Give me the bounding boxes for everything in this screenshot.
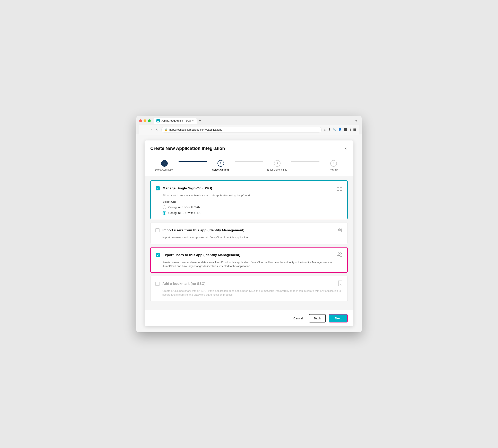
menu-icon[interactable]: ☰ bbox=[353, 128, 356, 131]
back-nav-button[interactable]: ← bbox=[142, 127, 147, 132]
sso-checkbox[interactable] bbox=[156, 186, 160, 191]
export-card-header: Export users to this app (Identity Manag… bbox=[156, 252, 342, 259]
sso-checkmark bbox=[157, 187, 159, 190]
traffic-lights bbox=[139, 119, 151, 122]
bookmark-card-header: Add a bookmark (no SSO) bbox=[155, 280, 343, 287]
sso-title: Manage Single Sign-On (SSO) bbox=[162, 186, 212, 191]
modal-footer: Cancel Back Next bbox=[145, 310, 353, 326]
step-3-label: Enter General Info bbox=[267, 168, 287, 171]
connector-3-4 bbox=[291, 161, 320, 162]
svg-point-5 bbox=[340, 228, 342, 229]
sso-card-header: Manage Single Sign-On (SSO) bbox=[156, 185, 342, 192]
bookmark-checkbox[interactable] bbox=[155, 282, 160, 286]
next-button[interactable]: Next bbox=[329, 314, 348, 322]
sso-card: Manage Single Sign-On (SSO) Allow u bbox=[150, 180, 348, 220]
step-4: 4 Review bbox=[320, 160, 348, 171]
radio-oidc[interactable]: Configure SSO with OIDC bbox=[162, 211, 342, 215]
security-icon: 🔒 bbox=[164, 128, 168, 131]
stepper: ✓ Select Application 2 Select Options bbox=[145, 155, 353, 176]
svg-rect-3 bbox=[340, 188, 342, 191]
export-icon bbox=[337, 252, 342, 259]
import-description: Import new users and user updates into J… bbox=[162, 236, 343, 240]
toolbar-icons: ☆ ⬇ 🔧 👤 ⬛ ⬆ ☰ bbox=[324, 128, 356, 131]
browser-window: JumpCloud Admin Portal × + ∨ ← → ↻ 🔒 htt… bbox=[136, 116, 362, 332]
step-1: ✓ Select Application bbox=[150, 160, 178, 171]
tab-title: JumpCloud Admin Portal bbox=[161, 119, 191, 122]
maximize-traffic-light[interactable] bbox=[148, 119, 151, 122]
browser-nav: ← → ↻ 🔒 https://console.jumpcloud.com/#/… bbox=[139, 125, 359, 134]
tab-close-button[interactable]: × bbox=[192, 120, 193, 122]
radio-oidc-label: Configure SSO with OIDC bbox=[168, 211, 202, 215]
svg-rect-0 bbox=[337, 185, 339, 187]
bookmark-star-icon[interactable]: ☆ bbox=[324, 128, 326, 131]
connector-2-3 bbox=[235, 161, 263, 162]
svg-rect-1 bbox=[340, 185, 342, 187]
svg-point-7 bbox=[338, 253, 339, 254]
extensions-icon[interactable]: ⬛ bbox=[343, 128, 347, 131]
step-1-label: Select Application bbox=[155, 168, 174, 171]
svg-point-4 bbox=[338, 228, 340, 229]
modal-title: Create New Application Integration bbox=[150, 146, 225, 151]
browser-content: Create New Application Integration × ✓ S… bbox=[136, 134, 362, 332]
step-1-circle: ✓ bbox=[161, 160, 168, 167]
cancel-button[interactable]: Cancel bbox=[290, 315, 306, 322]
step-4-label: Review bbox=[329, 168, 337, 171]
import-icon bbox=[337, 227, 343, 234]
connector-1-2 bbox=[178, 161, 207, 162]
radio-saml-circle[interactable] bbox=[162, 205, 166, 209]
step-2-circle: 2 bbox=[217, 160, 224, 167]
sso-radio-group: Configure SSO with SAML Configure SSO wi… bbox=[162, 205, 342, 215]
import-title: Import users from this app (Identity Man… bbox=[162, 228, 244, 232]
url-text: https://console.jumpcloud.com/#/applicat… bbox=[169, 128, 222, 131]
address-bar[interactable]: 🔒 https://console.jumpcloud.com/#/applic… bbox=[161, 127, 322, 132]
close-traffic-light[interactable] bbox=[139, 119, 142, 122]
step-2: 2 Select Options bbox=[207, 160, 235, 171]
step-3-circle: 3 bbox=[274, 160, 281, 167]
modal-body: Manage Single Sign-On (SSO) Allow u bbox=[145, 176, 353, 310]
radio-oidc-circle[interactable] bbox=[162, 211, 166, 215]
export-description: Provision new users and user updates fro… bbox=[162, 260, 342, 268]
tab-favicon bbox=[157, 119, 160, 122]
browser-titlebar: JumpCloud Admin Portal × + ∨ bbox=[139, 118, 359, 124]
active-tab[interactable]: JumpCloud Admin Portal × bbox=[154, 118, 197, 124]
import-checkbox[interactable] bbox=[155, 228, 160, 232]
window-chevron: ∨ bbox=[355, 119, 359, 122]
modal-header: Create New Application Integration × bbox=[145, 141, 353, 155]
reload-button[interactable]: ↻ bbox=[155, 127, 159, 132]
radio-saml-label: Configure SSO with SAML bbox=[168, 206, 202, 209]
modal: Create New Application Integration × ✓ S… bbox=[145, 141, 353, 326]
sso-description: Allow users to securely authenticate int… bbox=[162, 193, 342, 198]
browser-tabs: JumpCloud Admin Portal × + bbox=[154, 118, 355, 124]
modal-close-button[interactable]: × bbox=[344, 145, 348, 152]
step-2-label: Select Options bbox=[212, 168, 229, 171]
bookmark-card: Add a bookmark (no SSO) Create a URL boo… bbox=[150, 276, 348, 301]
svg-rect-2 bbox=[337, 188, 339, 191]
export-card: Export users to this app (Identity Manag… bbox=[150, 247, 348, 273]
bookmark-description: Create a URL bookmark without SSO. If th… bbox=[162, 289, 343, 297]
step-3: 3 Enter General Info bbox=[263, 160, 291, 171]
step-4-circle: 4 bbox=[330, 160, 337, 167]
export-checkbox[interactable] bbox=[156, 253, 160, 257]
bookmark-icon bbox=[338, 280, 343, 287]
sso-icon bbox=[337, 185, 342, 192]
new-tab-button[interactable]: + bbox=[197, 118, 203, 124]
modal-container: Create New Application Integration × ✓ S… bbox=[136, 134, 362, 332]
share-icon[interactable]: ⬆ bbox=[349, 128, 352, 131]
svg-point-8 bbox=[340, 253, 341, 254]
export-checkmark bbox=[157, 253, 159, 257]
tools-icon[interactable]: 🔧 bbox=[332, 128, 336, 131]
radio-saml[interactable]: Configure SSO with SAML bbox=[162, 205, 342, 209]
account-icon[interactable]: 👤 bbox=[338, 128, 342, 131]
bookmark-title: Add a bookmark (no SSO) bbox=[162, 282, 206, 286]
minimize-traffic-light[interactable] bbox=[144, 119, 146, 122]
select-one-label: Select One bbox=[162, 200, 342, 203]
import-card-header: Import users from this app (Identity Man… bbox=[155, 227, 343, 234]
browser-chrome: JumpCloud Admin Portal × + ∨ ← → ↻ 🔒 htt… bbox=[136, 116, 362, 134]
forward-nav-button[interactable]: → bbox=[149, 127, 153, 132]
back-button[interactable]: Back bbox=[309, 314, 326, 322]
import-card: Import users from this app (Identity Man… bbox=[150, 223, 348, 244]
export-title: Export users to this app (Identity Manag… bbox=[162, 253, 241, 257]
pocket-icon[interactable]: ⬇ bbox=[328, 128, 331, 131]
